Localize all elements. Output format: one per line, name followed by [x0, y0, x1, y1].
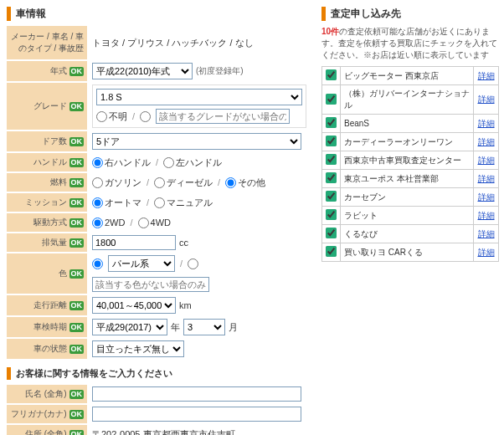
shop-detail-link[interactable]: 詳細: [478, 248, 495, 257]
doors-select[interactable]: 5ドア: [92, 133, 301, 150]
right-desc: 10件の査定依頼可能な店舗がお近くにあります。査定を依頼する買取店にチェックを入…: [321, 26, 499, 61]
label-mission: ミッションOK: [7, 193, 87, 212]
label-fuel: 燃料OK: [7, 173, 87, 192]
color-select-radio[interactable]: [92, 258, 103, 269]
name-input[interactable]: [92, 386, 301, 402]
drive-2wd[interactable]: 2WD: [92, 218, 125, 228]
label-addr: 住所 (全角)OK: [7, 425, 87, 435]
grade-select[interactable]: 1.8 S: [96, 89, 302, 105]
section-title-car: 車情報: [7, 7, 311, 21]
label-handle: ハンドルOK: [7, 153, 87, 171]
color-freetext[interactable]: [92, 277, 209, 292]
shop-name: 買い取りヨ CARくる: [341, 243, 474, 262]
kana-input[interactable]: [92, 407, 301, 422]
color-input-radio[interactable]: [188, 258, 198, 269]
right-title: 査定申し込み先: [321, 7, 499, 21]
shop-name: ビッグモーター 西東京店: [341, 67, 474, 85]
shop-checkbox[interactable]: [326, 209, 337, 220]
shop-checkbox[interactable]: [326, 136, 337, 146]
shop-detail-link[interactable]: 詳細: [478, 229, 495, 238]
shaken-year[interactable]: 平成29(2017): [92, 319, 167, 335]
label-condition: 車の状態OK: [7, 339, 87, 359]
label-color: 色OK: [7, 253, 87, 294]
grade-unknown-radio[interactable]: 不明: [96, 110, 127, 123]
drive-4wd[interactable]: 4WD: [138, 218, 171, 228]
mileage-select[interactable]: 40,001～45,000: [92, 297, 176, 314]
label-mileage: 走行距離OK: [7, 295, 87, 315]
shop-name: 西東京中古車買取査定センター: [341, 151, 474, 170]
label-doors: ドア数OK: [7, 131, 87, 151]
shop-checkbox[interactable]: [326, 94, 337, 105]
label-kana: フリガナ(カナ)OK: [7, 405, 87, 423]
shop-detail-link[interactable]: 詳細: [478, 192, 495, 202]
label-disp: 排気量OK: [7, 233, 87, 252]
shop-name: 東京ユーポス 本社営業部: [341, 170, 474, 188]
shop-detail-link[interactable]: 詳細: [478, 211, 495, 220]
shop-checkbox[interactable]: [326, 154, 337, 165]
label-shaken: 車検時期OK: [7, 317, 87, 337]
label-drive: 駆動方式OK: [7, 213, 87, 232]
shop-detail-link[interactable]: 詳細: [478, 95, 495, 104]
customer-section-title: お客様に関する情報をご入力ください: [7, 367, 311, 380]
fuel-other[interactable]: その他: [225, 177, 265, 189]
fuel-diesel[interactable]: ディーゼル: [154, 177, 213, 189]
shop-table: ビッグモーター 西東京店詳細（株）ガリバーインターナショナル詳細BeanS詳細カ…: [321, 66, 499, 262]
color-select[interactable]: パール系: [108, 255, 175, 272]
condition-select[interactable]: 目立ったキズ無し: [92, 340, 184, 357]
grade-freetext[interactable]: [156, 109, 290, 124]
shop-name: （株）ガリバーインターナショナル: [341, 85, 474, 115]
shop-detail-link[interactable]: 詳細: [478, 119, 495, 128]
handle-right[interactable]: 右ハンドル: [92, 156, 151, 169]
handle-left[interactable]: 左ハンドル: [163, 156, 222, 169]
shop-name: くるなび: [341, 225, 474, 243]
shop-name: カーセブン: [341, 188, 474, 207]
addr-value: 〒202-0005 東京都西東京市住吉町: [87, 427, 311, 436]
grade-input-radio[interactable]: [140, 111, 151, 122]
shop-checkbox[interactable]: [326, 117, 337, 128]
label-maker: メーカー / 車名 / 車のタイプ / 事故歴: [7, 26, 87, 59]
year-select[interactable]: 平成22(2010)年式: [92, 63, 193, 79]
value-maker: トヨタ / プリウス / ハッチバック / なし: [87, 35, 311, 51]
year-note: (初度登録年): [196, 65, 244, 77]
shop-detail-link[interactable]: 詳細: [478, 156, 495, 165]
fuel-gas[interactable]: ガソリン: [92, 177, 141, 189]
shop-detail-link[interactable]: 詳細: [478, 174, 495, 183]
shop-checkbox[interactable]: [326, 172, 337, 183]
shop-checkbox[interactable]: [326, 69, 337, 80]
shop-name: BeanS: [341, 115, 474, 133]
mission-mt[interactable]: マニュアル: [154, 197, 213, 209]
grade-box: 1.8 S 不明 /: [92, 84, 306, 128]
mission-at[interactable]: オートマ: [92, 197, 141, 209]
shop-detail-link[interactable]: 詳細: [478, 137, 495, 146]
shop-checkbox[interactable]: [326, 191, 337, 202]
shop-name: ラビット: [341, 207, 474, 225]
disp-input[interactable]: [92, 235, 176, 250]
shop-checkbox[interactable]: [326, 228, 337, 238]
shop-detail-link[interactable]: 詳細: [478, 71, 495, 80]
shop-checkbox[interactable]: [326, 246, 337, 257]
shaken-month[interactable]: 3: [183, 319, 225, 335]
label-year: 年式OK: [7, 61, 87, 81]
label-name: 氏名 (全角)OK: [7, 385, 87, 403]
label-grade: グレードOK: [7, 83, 87, 130]
shop-name: カーディーラーオンリーワン: [341, 133, 474, 151]
